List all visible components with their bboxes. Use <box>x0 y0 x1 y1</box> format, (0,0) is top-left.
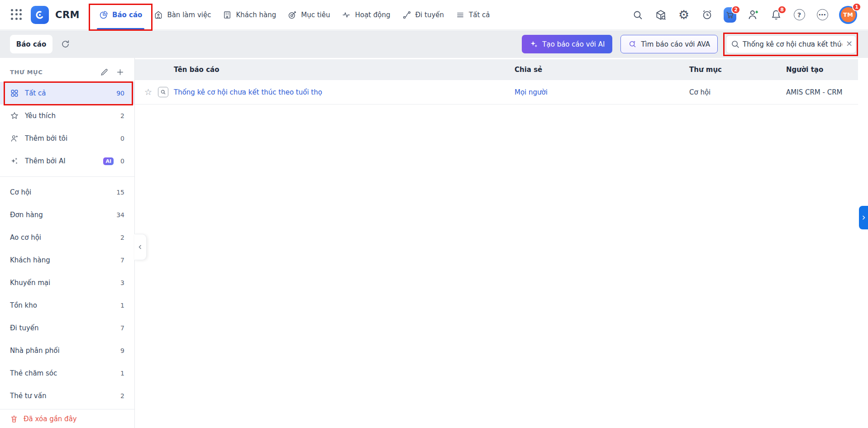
sidebar-item-count: 15 <box>116 189 124 196</box>
sidebar-item-don-hang[interactable]: Đơn hàng 34 <box>0 204 134 226</box>
sidebar-item-count: 7 <box>120 257 124 264</box>
clear-search-icon[interactable]: × <box>846 38 853 48</box>
create-report-ai-button[interactable]: Tạo báo cáo với AI <box>522 35 612 53</box>
sidebar-item-ao-co-hoi[interactable]: Ao cơ hội 2 <box>0 226 134 249</box>
sidebar-item-label: Tất cả <box>25 89 110 97</box>
pie-chart-icon <box>99 10 108 19</box>
sidebar-title: THƯ MỤC <box>10 69 93 76</box>
star-icon <box>10 111 19 120</box>
sidebar-item-khach-hang[interactable]: Khách hàng 7 <box>0 249 134 271</box>
sidebar-item-label: Yêu thích <box>25 112 114 120</box>
sidebar-item-label: Đi tuyến <box>10 324 114 332</box>
recently-deleted-item[interactable]: Đã xóa gần đây <box>0 409 134 428</box>
app-launcher-icon[interactable] <box>11 9 23 21</box>
notifications-badge: 8 <box>777 5 787 14</box>
reports-main: Tên báo cáo Chia sẻ Thư mục Người tạo ☆ … <box>135 58 868 428</box>
favorite-star-icon[interactable]: ☆ <box>144 88 152 96</box>
nav-tab-khach-hang[interactable]: Khách hàng <box>217 0 282 29</box>
target-icon <box>288 10 297 19</box>
sidebar-header: THƯ MỤC <box>0 58 134 82</box>
sidebar-item-tat-ca[interactable]: Tất cả 90 <box>0 82 134 105</box>
sidebar-item-yeu-thich[interactable]: Yêu thích 2 <box>0 105 134 127</box>
nav-tab-ban-lam-viec[interactable]: Bàn làm việc <box>148 0 217 29</box>
alarm-clock-icon[interactable] <box>701 9 713 21</box>
store-cart-icon[interactable]: 2 <box>724 9 736 21</box>
grid-icon <box>10 89 19 98</box>
nav-tab-label: Mục tiêu <box>301 11 330 19</box>
nav-tab-label: Hoạt động <box>355 11 390 19</box>
folders-sidebar: THƯ MỤC Tất cả 90 Yêu thích 2 Thêm bởi t… <box>0 58 135 428</box>
more-options-icon[interactable]: ⋯ <box>816 9 829 21</box>
sidebar-item-di-tuyen[interactable]: Đi tuyến 7 <box>0 317 134 339</box>
sidebar-item-the-tu-van[interactable]: Thẻ tư vấn 2 <box>0 385 134 407</box>
sidebar-item-co-hoi[interactable]: Cơ hội 15 <box>0 181 134 204</box>
ai-badge: AI <box>103 157 114 165</box>
sidebar-item-count: 34 <box>116 211 124 219</box>
sidebar-item-count: 0 <box>120 157 124 165</box>
top-navbar: CRM Báo cáo Bàn làm việc Khách hàng <box>0 0 868 30</box>
nav-tab-hoat-dong[interactable]: Hoạt động <box>336 0 396 29</box>
find-report-ava-button[interactable]: Tìm báo cáo với AVA <box>620 35 718 53</box>
chevron-right-icon <box>861 215 866 220</box>
nav-tab-di-tuyen[interactable]: Đi tuyến <box>396 0 450 29</box>
nav-tab-label: Bàn làm việc <box>167 11 211 19</box>
help-icon[interactable]: ? <box>793 9 806 21</box>
sidebar-item-khuyen-mai[interactable]: Khuyến mại 3 <box>0 271 134 294</box>
report-tab-button[interactable]: Báo cáo <box>10 35 52 53</box>
sidebar-item-label: Khuyến mại <box>10 279 114 287</box>
trash-icon <box>10 415 18 423</box>
report-share-link[interactable]: Mọi người <box>515 88 548 96</box>
find-report-ava-label: Tìm báo cáo với AVA <box>641 40 710 48</box>
sidebar-item-label: Tồn kho <box>10 301 114 309</box>
sidebar-item-ton-kho[interactable]: Tồn kho 1 <box>0 294 134 317</box>
nav-tab-muc-tieu[interactable]: Mục tiêu <box>282 0 336 29</box>
active-tab-underline <box>97 28 144 29</box>
avatar-badge: 1 <box>852 3 861 11</box>
sidebar-item-label: Thẻ chăm sóc <box>10 369 114 377</box>
ava-search-icon <box>628 40 637 48</box>
nav-tab-bao-cao[interactable]: Báo cáo <box>93 0 148 29</box>
right-panel-expand-tab[interactable] <box>859 206 868 229</box>
sidebar-item-label: Thêm bởi tôi <box>25 134 114 143</box>
sidebar-item-them-boi-ai[interactable]: Thêm bởi AI AI 0 <box>0 150 134 172</box>
add-user-icon[interactable] <box>747 9 759 21</box>
nav-tab-label: Khách hàng <box>236 11 276 19</box>
ai-sparkles-icon <box>10 157 19 166</box>
sidebar-item-count: 7 <box>120 324 124 332</box>
preview-report-icon[interactable] <box>158 87 168 97</box>
sidebar-item-them-boi-toi[interactable]: Thêm bởi tôi 0 <box>0 127 134 150</box>
refresh-button[interactable] <box>61 39 70 49</box>
sidebar-collapse-handle[interactable] <box>134 234 147 260</box>
nav-tab-tat-ca[interactable]: Tất cả <box>450 0 496 29</box>
crm-app-logo[interactable] <box>31 6 49 24</box>
search-input-icon <box>730 39 740 49</box>
edit-folders-icon[interactable] <box>100 68 109 76</box>
column-header-folder[interactable]: Thư mục <box>689 66 786 74</box>
report-name-link[interactable]: Thống kê cơ hội chưa kết thúc theo tuổi … <box>174 88 322 96</box>
sidebar-divider <box>0 176 134 177</box>
topbar-actions: ⚙ 2 8 ? <box>631 6 857 24</box>
sidebar-item-count: 0 <box>120 135 124 142</box>
sidebar-item-count: 90 <box>116 90 124 97</box>
sidebar-item-count: 2 <box>120 112 124 119</box>
row-actions: ☆ <box>135 87 174 97</box>
logo-swirl-icon <box>34 10 45 20</box>
toolbar: Báo cáo Tạo báo cáo với AI Tìm báo cáo v… <box>0 30 868 58</box>
product-search-icon[interactable] <box>654 9 667 21</box>
user-avatar[interactable]: TM 1 <box>839 6 857 24</box>
column-header-name[interactable]: Tên báo cáo <box>174 66 515 74</box>
sidebar-item-label: Nhà phân phối <box>10 347 114 355</box>
sidebar-item-nha-phan-phoi[interactable]: Nhà phân phối 9 <box>0 339 134 362</box>
add-folder-icon[interactable] <box>116 68 124 76</box>
column-header-share[interactable]: Chia sẻ <box>515 66 689 74</box>
settings-gear-icon[interactable]: ⚙ <box>677 9 690 21</box>
table-row[interactable]: ☆ Thống kê cơ hội chưa kết thúc theo tuổ… <box>135 80 858 105</box>
sidebar-item-the-cham-soc[interactable]: Thẻ chăm sóc 1 <box>0 362 134 385</box>
search-icon[interactable] <box>631 9 644 21</box>
create-report-ai-label: Tạo báo cáo với AI <box>542 40 605 48</box>
sidebar-item-label: Ao cơ hội <box>10 233 114 242</box>
notifications-bell-icon[interactable]: 8 <box>770 9 782 21</box>
report-search-input[interactable] <box>726 35 856 53</box>
column-header-creator[interactable]: Người tạo <box>786 66 858 74</box>
report-folder: Cơ hội <box>689 88 786 96</box>
